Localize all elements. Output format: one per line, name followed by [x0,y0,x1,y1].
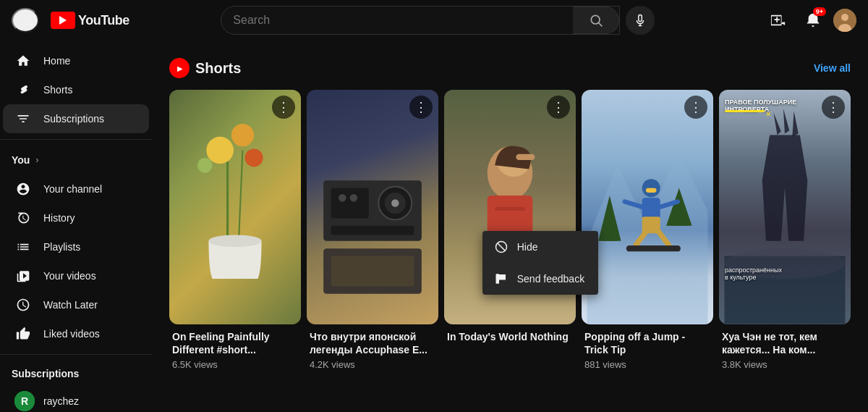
short-card-2-views: 4.2K views [310,359,435,370]
short-card-2-menu-button[interactable]: ⋮ [409,96,433,119]
context-menu-hide[interactable]: Hide [482,231,598,263]
svg-point-15 [208,235,261,247]
subscriptions-section-title: Subscriptions [0,361,152,387]
sidebar-item-your-channel[interactable]: Your channel [3,175,149,203]
mic-button[interactable] [626,6,655,35]
sidebar-item-home[interactable]: Home [3,46,149,75]
sidebar-item-subscriptions[interactable]: Subscriptions [3,104,149,133]
svg-point-12 [197,158,213,173]
raychez-label: raychez [43,395,79,407]
short-card-4-menu-button[interactable]: ⋮ [684,96,707,119]
svg-rect-25 [331,256,414,287]
sidebar-item-liked-videos[interactable]: Liked videos [3,319,149,348]
short-card-1[interactable]: ⋮ On Feeling Painfully Different #short.… [169,90,301,373]
sidebar-item-shorts[interactable]: Shorts [3,75,149,104]
create-button[interactable] [764,6,793,35]
short-card-5-views: 3.8K views [722,359,848,370]
your-videos-icon [14,267,32,285]
svg-marker-47 [792,111,798,136]
short-card-2-title: Что внутри японской легенды Accuphase Е.… [310,330,435,356]
short-card-4-views: 881 views [584,359,710,370]
youtube-logo[interactable]: YouTube [51,12,129,29]
svg-rect-21 [331,226,414,235]
svg-rect-28 [516,154,535,160]
short-thumbnail-1 [169,90,301,324]
youtube-logo-icon [51,12,75,29]
short-card-4-info: Popping off a Jump - Trick Tip 881 views [582,324,713,373]
your-channel-icon [14,180,32,198]
search-input[interactable] [221,7,573,34]
short-card-5[interactable]: ПРАВОЕ ПОЛУШАРИЕ ИНТРОВЕРТА ✕ [719,90,851,373]
sidebar-item-raychez[interactable]: R raychez [3,387,149,412]
svg-point-3 [841,14,848,21]
you-section-title: You [12,154,30,166]
short-card-3-title: In Today's World Nothing [447,330,573,343]
overlay-progress-bar [725,110,765,112]
short-card-4-title: Popping off a Jump - Trick Tip [584,330,710,356]
context-menu-hide-label: Hide [517,241,538,253]
context-menu: Hide Send feedback [482,231,598,295]
view-all-link[interactable]: View all [814,62,851,74]
sidebar-item-liked-videos-label: Liked videos [43,328,100,340]
sidebar-divider-2 [0,354,152,355]
hide-icon [494,240,509,254]
shorts-title-wrap: Shorts [169,58,241,78]
shorts-section-icon [169,58,190,78]
short-card-1-menu-button[interactable]: ⋮ [272,96,295,119]
sidebar-item-shorts-label: Shorts [43,84,72,96]
subscriptions-label: Subscriptions [12,368,79,379]
sidebar-item-subscriptions-label: Subscriptions [43,113,104,125]
sidebar-item-your-videos[interactable]: Your videos [3,261,149,290]
sidebar-item-your-channel-label: Your channel [43,183,102,195]
history-icon [14,209,32,227]
svg-rect-52 [495,274,499,285]
youtube-logo-text: YouTube [78,13,129,28]
flag-icon [494,272,509,286]
svg-point-23 [350,194,357,201]
sidebar-item-history[interactable]: History [3,203,149,232]
body: Home Shorts Subscriptions You › [0,41,868,412]
sidebar-divider-1 [0,139,152,140]
short-card-5-title: Хуа Чэн не тот, кем кажется... На ком... [722,330,848,356]
short-card-1-info: On Feeling Painfully Different #short...… [169,324,301,373]
short-card-3-menu-button[interactable]: ⋮ [547,96,570,119]
you-section-arrow: › [35,155,38,165]
shorts-section-title: Shorts [195,60,241,77]
svg-rect-30 [495,207,525,211]
svg-rect-44 [626,245,681,251]
svg-point-11 [245,148,263,167]
sidebar-item-home-label: Home [43,55,70,67]
context-menu-send-feedback[interactable]: Send feedback [482,263,598,295]
short-card-5-menu-button[interactable]: ⋮ [822,96,845,119]
svg-rect-37 [646,188,657,193]
search-button[interactable] [573,7,619,34]
header-left: YouTube [12,8,163,33]
header-right: 9+ [764,6,856,35]
svg-point-36 [642,179,660,197]
subscriptions-icon [14,110,32,127]
svg-point-22 [339,194,346,201]
svg-line-14 [239,150,242,237]
short-thumbnail-5: ПРАВОЕ ПОЛУШАРИЕ ИНТРОВЕРТА ✕ [719,90,851,324]
notifications-button[interactable]: 9+ [799,6,827,35]
short-card-4[interactable]: ⋮ Popping off a Jump - Trick Tip 881 vie… [582,90,713,373]
hamburger-menu-button[interactable] [12,8,39,33]
shorts-section-header: Shorts View all [169,58,851,78]
watch-later-icon [14,296,32,314]
sidebar-item-playlists-label: Playlists [43,241,80,253]
svg-point-0 [591,15,600,24]
sidebar-item-history-label: History [43,212,75,224]
short-card-5-info: Хуа Чэн не тот, кем кажется... На ком...… [719,324,851,373]
svg-rect-38 [642,198,660,219]
main-content: Shorts View all [152,41,868,412]
sidebar-item-watch-later[interactable]: Watch Later [3,290,149,319]
short-card-5-overlay-bottom: распространённыхв культуре [725,266,845,281]
short-card-2[interactable]: ⋮ Что внутри японской легенды Accuphase … [307,90,438,373]
you-section[interactable]: You › [0,146,152,175]
playlists-icon [14,238,32,256]
search-bar [221,6,620,35]
sidebar-item-playlists[interactable]: Playlists [3,232,149,261]
avatar[interactable] [833,9,856,32]
short-thumbnail-4 [582,90,713,324]
liked-videos-icon [14,325,32,342]
